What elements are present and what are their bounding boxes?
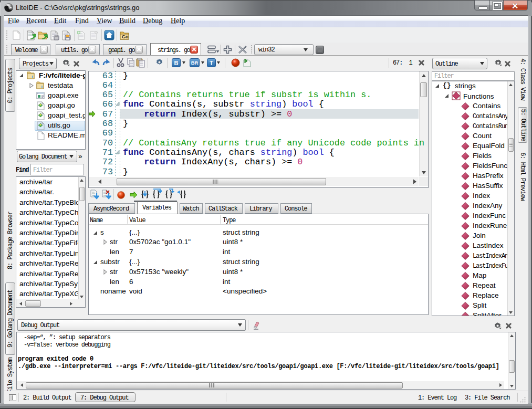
svg-text:Go: Go	[122, 34, 129, 39]
